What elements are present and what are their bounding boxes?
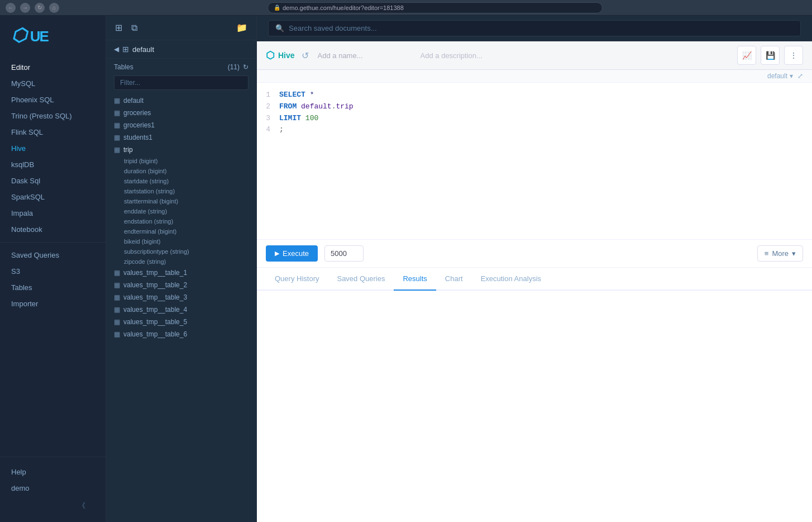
- panel-toolbar: ⊞ ⧉ 📁: [106, 16, 256, 40]
- list-item[interactable]: ▦ values_tmp__table_6: [106, 328, 256, 340]
- saved-queries-label: Saved Queries: [11, 251, 59, 259]
- sidebar-item-saved-queries[interactable]: Saved Queries: [0, 247, 106, 263]
- database-icon-button[interactable]: ⊞: [114, 21, 123, 34]
- hive-badge: ⬡ Hive: [266, 49, 295, 61]
- app-logo: ⬡ UE: [11, 25, 48, 46]
- sidebar-item-impala[interactable]: Impala: [0, 205, 106, 221]
- tab-results[interactable]: Results: [394, 268, 436, 291]
- sidebar-item-flink[interactable]: Flink SQL: [0, 124, 106, 140]
- table-name: values_tmp__table_3: [123, 293, 187, 301]
- trino-label: Trino (Presto SQL): [11, 112, 72, 120]
- query-description-input[interactable]: [421, 51, 730, 60]
- tab-execution-analysis[interactable]: Execution Analysis: [472, 268, 550, 291]
- sidebar-item-phoenix[interactable]: Phoenix SQL: [0, 92, 106, 108]
- sidebar-divider-1: [0, 242, 106, 243]
- expand-editor-button[interactable]: ⤢: [797, 72, 803, 80]
- line-number: 4: [257, 124, 279, 136]
- field-item: startterminal (bigint): [106, 196, 256, 206]
- main-area: 🔍 ⬡ Hive ↺ 📈 💾 ⋮: [257, 16, 812, 522]
- field-item: startstation (string): [106, 186, 256, 196]
- forward-button[interactable]: →: [20, 3, 30, 13]
- back-button[interactable]: ←: [6, 3, 16, 13]
- field-item: subscriptiontype (string): [106, 246, 256, 257]
- sidebar-item-editor[interactable]: Editor: [0, 59, 106, 75]
- copy-icon: ⧉: [131, 23, 137, 33]
- table-name: default: [123, 97, 144, 105]
- query-name-input[interactable]: [316, 50, 414, 61]
- list-item[interactable]: ▦ groceries1: [106, 119, 256, 131]
- more-options-button[interactable]: ⋮: [784, 46, 803, 65]
- sidebar-item-dask[interactable]: Dask Sql: [0, 173, 106, 189]
- panel-toolbar-left: ⊞ ⧉: [114, 21, 138, 34]
- sidebar-item-notebook[interactable]: Notebook: [0, 221, 106, 238]
- importer-label: Importer: [11, 300, 38, 308]
- saved-queries-tab-label: Saved Queries: [337, 274, 385, 283]
- sidebar-item-ksqldb[interactable]: ksqlDB: [0, 156, 106, 173]
- table-name: values_tmp__table_2: [123, 281, 187, 289]
- copy-icon-button[interactable]: ⧉: [130, 22, 138, 34]
- sidebar-item-help[interactable]: Help: [11, 464, 94, 480]
- logo-area: ⬡ UE: [0, 16, 106, 55]
- execute-button[interactable]: ▶ Execute: [266, 245, 318, 262]
- list-item[interactable]: ▦ values_tmp__table_3: [106, 291, 256, 303]
- tab-saved-queries[interactable]: Saved Queries: [328, 268, 394, 291]
- code-line-3: 3 LIMIT 100: [257, 113, 812, 125]
- reload-button[interactable]: ↻: [35, 3, 45, 13]
- db-icon: ⊞: [122, 45, 129, 54]
- sidebar-item-demo[interactable]: demo: [11, 480, 94, 496]
- app-container: ⬡ UE Editor MySQL Phoenix SQL Trino (Pre…: [0, 16, 812, 522]
- list-item[interactable]: ▦ students1: [106, 131, 256, 144]
- save-icon: 💾: [766, 51, 775, 60]
- tab-chart[interactable]: Chart: [436, 268, 472, 291]
- sidebar-item-sparksql[interactable]: SparkSQL: [0, 189, 106, 205]
- table-list: ▦ default ▦ groceries ▦ groceries1 ▦ stu…: [106, 94, 256, 522]
- table-icon: ▦: [114, 330, 120, 338]
- table-name: values_tmp__table_1: [123, 269, 187, 277]
- history-button[interactable]: ↺: [302, 50, 309, 61]
- sidebar-item-trino[interactable]: Trino (Presto SQL): [0, 108, 106, 124]
- refresh-tables-button[interactable]: ↻: [243, 63, 249, 71]
- database-name-label: default: [767, 72, 787, 80]
- table-icon: ▦: [114, 306, 120, 314]
- home-button[interactable]: ⌂: [49, 3, 59, 13]
- url-text: demo.gethue.com/hue/editor?editor=181388: [283, 4, 404, 11]
- table-name: values_tmp__table_6: [123, 330, 187, 338]
- tables-header: Tables (11) ↻: [106, 59, 256, 75]
- menu-icon: ≡: [765, 249, 769, 258]
- code-editor[interactable]: 1 SELECT * 2 FROM default.trip 3 LIMIT 1…: [257, 83, 812, 239]
- chart-icon-button[interactable]: 📈: [737, 46, 756, 65]
- list-item[interactable]: ▦ groceries: [106, 107, 256, 119]
- code-line-1: 1 SELECT *: [257, 89, 812, 101]
- table-filter-input[interactable]: [114, 75, 249, 90]
- limit-input[interactable]: [324, 245, 364, 262]
- list-item[interactable]: ▦ default: [106, 94, 256, 107]
- table-name: values_tmp__table_5: [123, 318, 187, 326]
- collapse-sidebar-button[interactable]: 《: [11, 496, 94, 515]
- more-options-execute-button[interactable]: ≡ More ▾: [757, 245, 803, 262]
- list-item[interactable]: ▦ values_tmp__table_1: [106, 267, 256, 279]
- table-icon: ▦: [114, 318, 120, 326]
- middle-panel: ⊞ ⧉ 📁 ◀ ⊞ default Tables (11) ↻: [106, 16, 257, 522]
- sidebar-navigation: Editor MySQL Phoenix SQL Trino (Presto S…: [0, 55, 106, 457]
- execute-bar: ▶ Execute ≡ More ▾: [257, 239, 812, 268]
- sidebar-item-mysql[interactable]: MySQL: [0, 75, 106, 92]
- line-number: 2: [257, 101, 279, 113]
- table-name: students1: [123, 134, 152, 141]
- tab-query-history[interactable]: Query History: [266, 268, 328, 291]
- database-selector[interactable]: default ▾: [767, 72, 793, 80]
- folder-icon-button[interactable]: 📁: [235, 21, 249, 34]
- list-item[interactable]: ▦ values_tmp__table_5: [106, 316, 256, 328]
- list-item-trip[interactable]: ▦ trip: [106, 144, 256, 156]
- list-item[interactable]: ▦ values_tmp__table_4: [106, 303, 256, 316]
- sidebar-item-tables[interactable]: Tables: [0, 279, 106, 296]
- sidebar-item-hive[interactable]: Hive: [0, 140, 106, 156]
- save-icon-button[interactable]: 💾: [761, 46, 780, 65]
- table-icon: ▦: [114, 269, 120, 277]
- search-input[interactable]: [289, 24, 794, 32]
- sidebar-item-s3[interactable]: S3: [0, 263, 106, 279]
- list-item[interactable]: ▦ values_tmp__table_2: [106, 279, 256, 291]
- code-line-2: 2 FROM default.trip: [257, 101, 812, 113]
- code-content: SELECT *: [279, 89, 812, 101]
- back-to-databases-button[interactable]: ◀: [114, 45, 119, 53]
- sidebar-item-importer[interactable]: Importer: [0, 296, 106, 312]
